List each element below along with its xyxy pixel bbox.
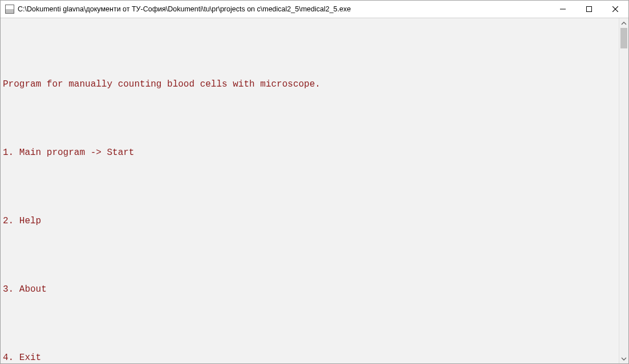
close-icon	[612, 6, 618, 12]
maximize-icon	[586, 6, 592, 12]
chevron-up-icon	[621, 22, 627, 25]
scrollbar-track[interactable]	[619, 28, 628, 354]
console-output[interactable]: Program for manually counting blood cell…	[1, 18, 619, 363]
app-icon	[5, 5, 14, 14]
console-line: Program for manually counting blood cell…	[3, 79, 619, 90]
scroll-up-button[interactable]	[619, 18, 628, 28]
console-line	[3, 318, 619, 329]
svg-rect-1	[587, 7, 592, 12]
titlebar[interactable]: C:\Dokumenti glavna\документи от ТУ-Софи…	[1, 1, 628, 18]
window-controls	[550, 1, 628, 18]
console-line	[3, 250, 619, 261]
console-line	[3, 44, 619, 56]
console-line: 2. Help	[3, 215, 619, 227]
console-line	[3, 181, 619, 193]
vertical-scrollbar[interactable]	[619, 18, 628, 363]
scrollbar-thumb[interactable]	[620, 28, 627, 48]
window-title: C:\Dokumenti glavna\документи от ТУ-Софи…	[18, 5, 550, 13]
maximize-button[interactable]	[576, 1, 602, 18]
client-area: Program for manually counting blood cell…	[1, 18, 628, 363]
scroll-down-button[interactable]	[619, 354, 628, 363]
minimize-button[interactable]	[550, 1, 576, 18]
console-line	[3, 113, 619, 124]
console-line: 1. Main program -> Start	[3, 147, 619, 158]
console-line: 4. Exit	[3, 352, 619, 363]
close-button[interactable]	[602, 1, 628, 18]
console-line: 3. About	[3, 284, 619, 295]
minimize-icon	[560, 6, 566, 12]
app-window: C:\Dokumenti glavna\документи от ТУ-Софи…	[0, 0, 629, 364]
chevron-down-icon	[621, 357, 627, 361]
